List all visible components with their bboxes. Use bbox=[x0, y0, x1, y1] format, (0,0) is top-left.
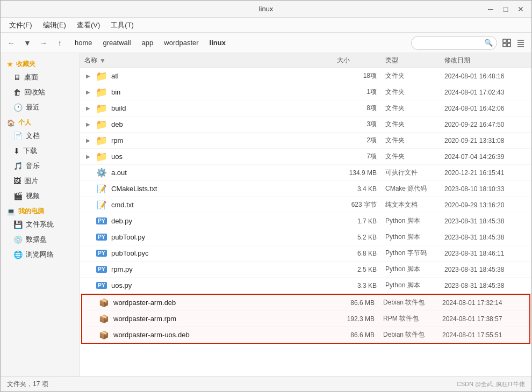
sidebar-item-videos[interactable]: 🎬 视频 bbox=[1, 188, 80, 204]
search-input[interactable] bbox=[411, 36, 497, 50]
file-type: RPM 软件包 bbox=[379, 314, 438, 323]
desktop-icon: 🖥 bbox=[13, 73, 21, 82]
maximize-button[interactable]: □ bbox=[499, 3, 512, 15]
breadcrumb-greatwall[interactable]: greatwall bbox=[98, 37, 136, 49]
sidebar-item-datadisk[interactable]: 💿 数据盘 bbox=[1, 232, 80, 247]
downloads-icon: ⬇ bbox=[13, 147, 20, 155]
col-header-name[interactable]: 名称 ▼ bbox=[80, 56, 333, 65]
menu-file[interactable]: 文件(F) bbox=[5, 19, 37, 32]
table-row[interactable]: ▶ 📁 build 8项 文件夹 2024-08-01 16:42:06 bbox=[80, 100, 531, 117]
file-size: 3项 bbox=[333, 120, 381, 129]
window-controls: ─ □ ✕ bbox=[484, 3, 527, 15]
table-row[interactable]: ▶ 📦 wordpaster-arm.deb 86.6 MB Debian 软件… bbox=[82, 295, 529, 311]
sidebar-item-desktop[interactable]: 🖥 桌面 bbox=[1, 70, 80, 85]
table-row[interactable]: ▶ PY deb.py 1.7 KB Python 脚本 2023-08-31 … bbox=[80, 213, 531, 229]
file-name: pubTool.pyc bbox=[111, 249, 148, 257]
file-name-cell: ▶ PY deb.py bbox=[80, 216, 333, 227]
expand-arrow: ▶ bbox=[84, 217, 92, 225]
col-header-type[interactable]: 类型 bbox=[381, 56, 440, 65]
close-button[interactable]: ✕ bbox=[514, 3, 527, 15]
table-row[interactable]: ▶ 📁 deb 3项 文件夹 2020-09-22 16:47:50 bbox=[80, 117, 531, 133]
main-area: ★ 收藏夹 🖥 桌面 🗑 回收站 🕐 最近 🏠 个人 📄 文档 bbox=[1, 53, 531, 376]
menu-edit[interactable]: 编辑(E) bbox=[39, 19, 70, 32]
sidebar-item-trash[interactable]: 🗑 回收站 bbox=[1, 85, 80, 100]
view-grid-button[interactable] bbox=[500, 37, 513, 49]
file-list: ▶ 📁 atl 18项 文件夹 2024-08-01 16:48:16 ▶ 📁 … bbox=[80, 68, 531, 376]
home-icon: 🏠 bbox=[7, 119, 15, 127]
file-date: 2023-08-31 18:45:38 bbox=[440, 282, 531, 289]
file-type-icon: PY bbox=[96, 264, 107, 275]
expand-arrow[interactable]: ▶ bbox=[84, 121, 92, 128]
expand-arrow[interactable]: ▶ bbox=[84, 153, 92, 161]
file-size: 2.5 KB bbox=[333, 266, 381, 273]
status-bar: 文件夹，17 项 CSDN @全武_疯狂IT牛佬 bbox=[1, 376, 531, 391]
table-row[interactable]: ▶ 📝 cmd.txt 623 字节 纯文本文档 2020-09-29 13:1… bbox=[80, 197, 531, 213]
table-row[interactable]: ▶ ⚙️ a.out 134.9 MB 可执行文件 2020-12-21 16:… bbox=[80, 165, 531, 181]
table-row[interactable]: ▶ PY rpm.py 2.5 KB Python 脚本 2023-08-31 … bbox=[80, 262, 531, 278]
sidebar: ★ 收藏夹 🖥 桌面 🗑 回收站 🕐 最近 🏠 个人 📄 文档 bbox=[1, 53, 80, 376]
table-row[interactable]: ▶ PY uos.py 3.3 KB Python 脚本 2023-08-31 … bbox=[80, 278, 531, 294]
sort-arrow-icon: ▼ bbox=[99, 57, 106, 64]
sidebar-personal-label: 🏠 个人 bbox=[1, 115, 80, 128]
expand-arrow: ▶ bbox=[84, 185, 92, 193]
file-type-icon: 📁 bbox=[96, 87, 107, 98]
breadcrumb-home[interactable]: home bbox=[69, 37, 98, 49]
table-row[interactable]: ▶ 📝 CMakeLists.txt 3.4 KB CMake 源代码 2023… bbox=[80, 181, 531, 197]
expand-arrow[interactable]: ▶ bbox=[84, 137, 92, 144]
sidebar-item-docs[interactable]: 📄 文档 bbox=[1, 128, 80, 143]
table-row[interactable]: ▶ PY pubTool.pyc 6.8 KB Python 字节码 2023-… bbox=[80, 245, 531, 262]
breadcrumb-app[interactable]: app bbox=[136, 37, 159, 49]
col-header-size[interactable]: 大小 bbox=[333, 56, 381, 65]
table-row[interactable]: ▶ PY pubTool.py 5.2 KB Python 脚本 2023-08… bbox=[80, 229, 531, 245]
sidebar-item-browser[interactable]: 🌐 浏览网络 bbox=[1, 247, 80, 262]
grid-icon bbox=[502, 39, 511, 47]
file-type: Python 脚本 bbox=[381, 281, 440, 290]
minimize-button[interactable]: ─ bbox=[484, 3, 497, 15]
list-icon bbox=[516, 39, 525, 47]
window-title: linux bbox=[48, 5, 484, 13]
table-row[interactable]: ▶ 📁 atl 18项 文件夹 2024-08-01 16:48:16 bbox=[80, 68, 531, 84]
up-button[interactable]: ↑ bbox=[53, 37, 66, 49]
file-date: 2020-12-21 16:15:41 bbox=[440, 169, 531, 177]
file-type: 文件夹 bbox=[381, 104, 440, 113]
menu-tools[interactable]: 工具(T) bbox=[106, 19, 138, 32]
forward-button[interactable]: → bbox=[37, 37, 50, 49]
file-name: uos.py bbox=[111, 281, 132, 289]
file-date: 2020-09-21 13:31:08 bbox=[440, 137, 531, 144]
col-header-date[interactable]: 修改日期 bbox=[440, 56, 531, 65]
file-name-cell: ▶ 📦 wordpaster-arm.deb bbox=[82, 297, 330, 308]
menu-view[interactable]: 查看(V) bbox=[73, 19, 104, 32]
file-type: Debian 软件包 bbox=[379, 298, 438, 307]
table-row[interactable]: ▶ 📦 wordpaster-arm-uos.deb 86.6 MB Debia… bbox=[82, 327, 529, 343]
breadcrumb-linux[interactable]: linux bbox=[204, 37, 231, 49]
file-type-icon: PY bbox=[96, 248, 107, 259]
file-name-cell: ▶ PY pubTool.py bbox=[80, 232, 333, 243]
file-type: 文件夹 bbox=[381, 152, 440, 161]
expand-arrow[interactable]: ▶ bbox=[84, 72, 92, 80]
file-type: Python 字节码 bbox=[381, 249, 440, 258]
sidebar-item-downloads[interactable]: ⬇ 下载 bbox=[1, 143, 80, 158]
table-row[interactable]: ▶ 📁 bin 1项 文件夹 2024-08-01 17:02:43 bbox=[80, 84, 531, 100]
menu-bar: 文件(F) 编辑(E) 查看(V) 工具(T) bbox=[1, 18, 531, 33]
view-list-button[interactable] bbox=[514, 37, 527, 49]
expand-arrow[interactable]: ▶ bbox=[84, 105, 92, 112]
expand-arrow[interactable]: ▶ bbox=[84, 89, 92, 96]
docs-icon: 📄 bbox=[13, 132, 23, 140]
nav-dropdown-button[interactable]: ▼ bbox=[21, 37, 34, 49]
table-row[interactable]: ▶ 📁 rpm 2项 文件夹 2020-09-21 13:31:08 bbox=[80, 133, 531, 149]
sidebar-item-recent[interactable]: 🕐 最近 bbox=[1, 100, 80, 115]
file-name: wordpaster-arm.deb bbox=[113, 299, 176, 307]
breadcrumb-wordpaster[interactable]: wordpaster bbox=[159, 37, 204, 49]
table-row[interactable]: ▶ 📁 uos 7项 文件夹 2024-07-04 14:26:39 bbox=[80, 149, 531, 165]
expand-arrow: ▶ bbox=[84, 169, 92, 177]
file-size: 5.2 KB bbox=[333, 234, 381, 241]
file-type: 纯文本文档 bbox=[381, 200, 440, 209]
sidebar-item-pictures[interactable]: 🖼 图片 bbox=[1, 173, 80, 188]
table-row[interactable]: ▶ 📦 wordpaster-arm.rpm 192.3 MB RPM 软件包 … bbox=[82, 311, 529, 327]
sidebar-item-music[interactable]: 🎵 音乐 bbox=[1, 158, 80, 173]
expand-arrow: ▶ bbox=[84, 234, 92, 241]
sidebar-item-filesystem[interactable]: 💾 文件系统 bbox=[1, 217, 80, 232]
file-size: 6.8 KB bbox=[333, 250, 381, 257]
back-button[interactable]: ← bbox=[5, 37, 18, 49]
file-date: 2020-09-29 13:16:20 bbox=[440, 201, 531, 209]
